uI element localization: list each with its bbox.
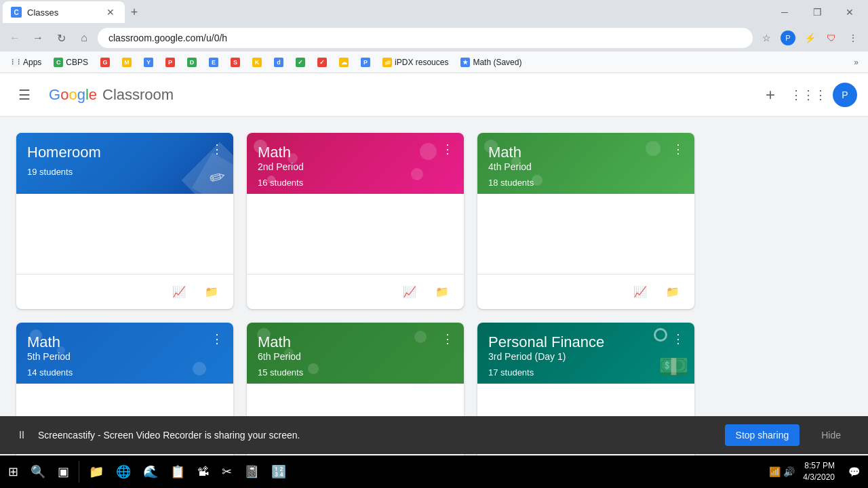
math-4th-students: 18 students: [488, 178, 684, 188]
forward-button[interactable]: →: [28, 28, 47, 47]
add-class-button[interactable]: +: [757, 81, 784, 108]
edge-button[interactable]: 🌊: [138, 457, 163, 487]
notification-banner: ⏸ Screencastify - Screen Video Recorder …: [0, 416, 868, 454]
bookmark-5[interactable]: Y: [138, 56, 159, 68]
task-view-button[interactable]: ▣: [52, 457, 75, 487]
math-5th-students: 14 students: [27, 367, 222, 378]
bookmark-15[interactable]: P: [355, 56, 376, 68]
bookmark-6[interactable]: P: [160, 56, 180, 68]
bookmark-13[interactable]: ✓: [312, 56, 332, 68]
bookmark-3[interactable]: G: [95, 56, 115, 68]
bookmark-apps[interactable]: ⋮⋮ Apps: [5, 56, 47, 68]
personal-finance-students: 17 students: [488, 367, 684, 378]
clock: 8:57 PM: [803, 460, 835, 472]
math-2nd-footer: 📈 📁: [247, 274, 464, 309]
math-4th-menu-button[interactable]: ⋮: [667, 138, 689, 160]
math-2nd-body: [247, 194, 464, 274]
file-explorer-button[interactable]: 📁: [83, 457, 109, 487]
hide-button[interactable]: Hide: [810, 424, 852, 446]
minimize-button[interactable]: ─: [769, 0, 800, 24]
network-icon: 📶: [769, 466, 781, 477]
bookmark-10[interactable]: K: [247, 56, 267, 68]
homeroom-students: 19 students: [27, 167, 222, 177]
bookmark-cbps[interactable]: C CBPS: [48, 56, 94, 68]
bookmark-9[interactable]: S: [225, 56, 245, 68]
math-2nd-stats-button[interactable]: 📈: [399, 281, 420, 303]
user-avatar[interactable]: P: [833, 83, 857, 107]
refresh-button[interactable]: ↻: [52, 28, 71, 47]
math-icon: ★: [460, 58, 470, 67]
bookmark-7[interactable]: D: [182, 56, 202, 68]
more-icon[interactable]: ⋮: [844, 28, 863, 47]
system-tray: 📶 🔊 8:57 PM 4/3/2020 💬: [769, 457, 865, 487]
homeroom-stats-button[interactable]: 📈: [168, 281, 190, 303]
chrome-button[interactable]: 🌐: [111, 457, 136, 487]
math-4th-card[interactable]: ⋮ Math 4th Period 18 students 📈 📁: [477, 133, 694, 309]
math-4th-folder-button[interactable]: 📁: [662, 281, 684, 303]
cbps-bm-icon: C: [54, 58, 63, 67]
maximize-button[interactable]: ❐: [802, 0, 833, 24]
bookmarks-more[interactable]: »: [850, 56, 863, 68]
address-input[interactable]: [98, 28, 753, 48]
bookmark-ipdx[interactable]: 📁 iPDX resouces: [377, 56, 454, 68]
math-2nd-header: ⋮ Math 2nd Period 16 students: [247, 133, 464, 194]
homeroom-menu-button[interactable]: ⋮: [206, 138, 228, 160]
notification-center-button[interactable]: 💬: [843, 457, 865, 487]
search-button[interactable]: 🔍: [25, 457, 51, 487]
math-5th-menu-button[interactable]: ⋮: [206, 328, 228, 350]
homeroom-card-footer: 📈 📁: [16, 274, 233, 309]
profile-icon[interactable]: P: [778, 28, 797, 47]
calc-button[interactable]: 🔢: [266, 457, 292, 487]
math-6th-students: 15 students: [258, 367, 453, 378]
extensions-icon[interactable]: ⚡: [800, 28, 819, 47]
personal-finance-menu-button[interactable]: ⋮: [667, 328, 689, 350]
apps-grid-button[interactable]: ⋮⋮⋮: [795, 81, 822, 108]
math-2nd-card[interactable]: ⋮ Math 2nd Period 16 students 📈 📁: [247, 133, 464, 309]
math-4th-stats-button[interactable]: 📈: [629, 281, 651, 303]
math-4th-title: Math: [488, 144, 684, 161]
math-6th-menu-button[interactable]: ⋮: [437, 328, 458, 350]
stop-sharing-button[interactable]: Stop sharing: [725, 424, 800, 446]
homeroom-card[interactable]: ✏ ⋮ Homeroom 19 students 📈 📁: [16, 133, 233, 309]
bookmark-4[interactable]: M: [117, 56, 137, 68]
bookmark-12[interactable]: ✓: [290, 56, 311, 68]
search-icon: 🔍: [31, 464, 45, 479]
snip-button[interactable]: ✂: [216, 457, 237, 487]
math-2nd-menu-button[interactable]: ⋮: [437, 138, 458, 160]
close-button[interactable]: ✕: [834, 0, 865, 24]
window-controls: ─ ❐ ✕: [769, 0, 865, 24]
tab-close-button[interactable]: ✕: [104, 6, 117, 18]
math-5th-subtitle: 5th Period: [27, 351, 222, 362]
screencastify-icon: ⏸: [16, 429, 27, 441]
taskbar-divider: [79, 461, 79, 483]
math-6th-header: ⋮ Math 6th Period 15 students: [247, 323, 464, 384]
personal-finance-title: Personal Finance: [488, 333, 684, 351]
bookmark-14[interactable]: ☁: [334, 56, 354, 68]
math-4th-header: ⋮ Math 4th Period 18 students: [477, 133, 694, 194]
home-button[interactable]: ⌂: [75, 28, 94, 47]
bookmark-icon[interactable]: ☆: [757, 28, 776, 47]
app-header: ☰ Google Classroom + ⋮⋮⋮ P: [0, 73, 868, 117]
bookmark-11[interactable]: d: [269, 56, 289, 68]
onenote-button[interactable]: 📓: [239, 457, 264, 487]
homeroom-folder-button[interactable]: 📁: [201, 281, 222, 303]
adblocker-icon[interactable]: 🛡: [822, 28, 841, 47]
screencastify-button[interactable]: 📽: [192, 457, 215, 487]
app-logo: Google Classroom: [49, 86, 174, 104]
bookmark-8[interactable]: E: [203, 56, 224, 68]
bookmark-math[interactable]: ★ Math (Saved): [455, 56, 527, 68]
chrome-icon: 🌐: [116, 464, 131, 479]
hamburger-menu[interactable]: ☰: [11, 81, 38, 108]
math-2nd-students: 16 students: [258, 178, 453, 188]
personal-finance-subtitle: 3rd Period (Day 1): [488, 351, 684, 362]
bookmark-cbps-label: CBPS: [66, 58, 88, 67]
snip-icon: ✂: [222, 464, 232, 479]
new-tab-button[interactable]: +: [125, 3, 144, 22]
active-tab[interactable]: C Classes ✕: [3, 1, 125, 23]
back-button[interactable]: ←: [5, 28, 24, 47]
math-2nd-folder-button[interactable]: 📁: [431, 281, 453, 303]
bookmark-ipdx-label: iPDX resouces: [395, 58, 448, 67]
homeroom-card-header: ✏ ⋮ Homeroom 19 students: [16, 133, 233, 194]
powershell-button[interactable]: 📋: [165, 457, 191, 487]
start-button[interactable]: ⊞: [3, 457, 24, 487]
